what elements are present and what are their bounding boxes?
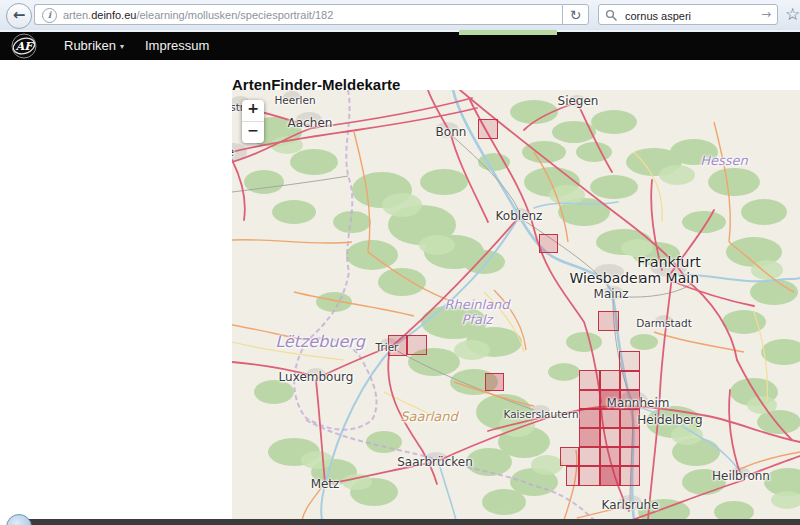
zoom-out-button[interactable]: − xyxy=(242,121,264,143)
map-label: Wiesbaden xyxy=(569,270,646,286)
map-label: Karlsruhe xyxy=(601,499,658,513)
map-zoom-control: + − xyxy=(242,100,264,143)
url-prefix: arten. xyxy=(63,9,91,21)
map-label: Heidelberg xyxy=(637,414,702,428)
map-label: Rheinland Pfalz xyxy=(444,298,509,328)
search-go-icon[interactable]: → xyxy=(761,5,771,24)
search-input[interactable] xyxy=(623,6,755,25)
firefox-taskbar-icon xyxy=(6,514,32,525)
map-label: Liège xyxy=(232,146,234,160)
map-label: Luxembourg xyxy=(279,371,354,385)
nav-item-rubriken[interactable]: Rubriken▾ xyxy=(64,32,124,60)
map-label: Koblenz xyxy=(496,210,543,224)
bookmark-star-icon[interactable]: ☆ xyxy=(785,4,800,24)
map-label: Lëtzebuerg xyxy=(275,333,365,351)
nav-item-impressum[interactable]: Impressum xyxy=(145,32,209,60)
map-label: Darmstadt xyxy=(636,317,692,329)
nav-item-label: Rubriken xyxy=(64,38,116,53)
map-label: Heilbronn xyxy=(712,470,770,484)
map-label: Aachen xyxy=(288,117,333,131)
map-label: Mannheim xyxy=(607,397,670,411)
meldekarte-map[interactable]: MaastrichtHeerlenAachenLiègeBonnSiegenKo… xyxy=(232,90,800,520)
logo-text: AF xyxy=(15,40,35,53)
reload-icon[interactable]: ↻ xyxy=(562,4,589,25)
chevron-down-icon: ▾ xyxy=(120,42,124,51)
map-label: Kaiserslautern xyxy=(503,408,578,420)
nav-item-label: Impressum xyxy=(145,38,209,53)
taskbar-edge xyxy=(13,519,800,525)
map-label: Bonn xyxy=(436,126,467,140)
search-icon xyxy=(605,8,618,26)
map-label: Metz xyxy=(311,478,340,492)
map-label: Hessen xyxy=(700,154,748,169)
green-strip xyxy=(459,30,557,35)
site-info-icon[interactable]: i xyxy=(42,8,57,23)
map-labels-layer: MaastrichtHeerlenAachenLiègeBonnSiegenKo… xyxy=(232,90,800,520)
browser-toolbar: ← arten.deinfo.eu/elearning/mollusken/sp… xyxy=(0,0,800,31)
zoom-in-button[interactable]: + xyxy=(242,100,264,121)
map-label: Trier xyxy=(376,341,399,353)
search-box[interactable]: → xyxy=(598,4,778,25)
url-bar[interactable]: arten.deinfo.eu/elearning/mollusken/spec… xyxy=(34,4,562,25)
map-label: Heerlen xyxy=(274,94,315,106)
map-label: Siegen xyxy=(558,95,599,109)
map-label: Saarbrücken xyxy=(397,456,473,470)
map-label: Mainz xyxy=(594,288,629,302)
site-navbar: AF Rubriken▾ Impressum xyxy=(0,32,800,60)
map-label: Saarland xyxy=(400,410,458,425)
map-label: Frankfurt am Main xyxy=(637,254,700,286)
artenfinder-logo[interactable]: AF xyxy=(11,33,37,63)
url-path: /elearning/mollusken/speciesportrait/182 xyxy=(136,9,333,21)
back-button[interactable]: ← xyxy=(6,3,32,29)
url-domain: deinfo.eu xyxy=(91,9,136,21)
